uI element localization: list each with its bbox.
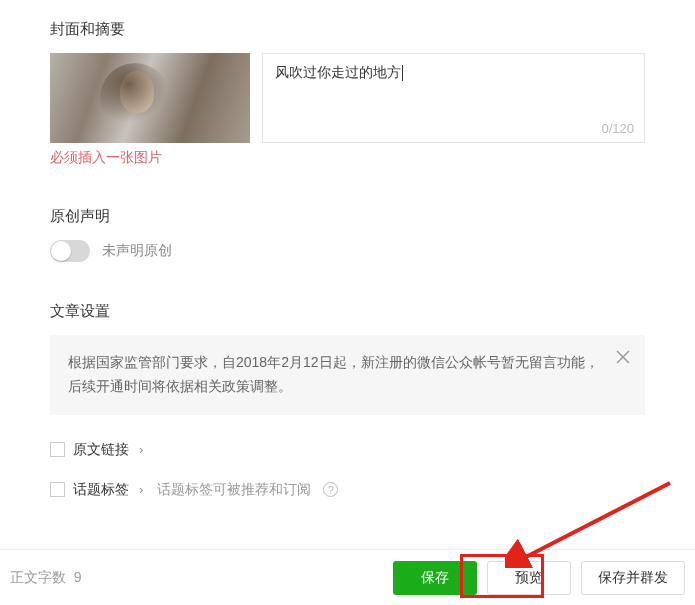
word-count: 正文字数 9: [10, 569, 82, 587]
help-icon[interactable]: ?: [323, 482, 338, 497]
chevron-right-icon: ›: [139, 442, 143, 457]
text-cursor: [402, 65, 403, 81]
char-count: 0/120: [601, 121, 634, 136]
cover-error: 必须插入一张图片: [50, 149, 645, 167]
summary-text: 风吹过你走过的地方: [275, 64, 401, 80]
original-toggle-label: 未声明原创: [102, 242, 172, 260]
topic-hint: 话题标签可被推荐和订阅: [157, 481, 311, 499]
chevron-right-icon: ›: [139, 482, 143, 497]
cover-image[interactable]: [50, 53, 250, 143]
notice-text: 根据国家监管部门要求，自2018年2月12日起，新注册的微信公众帐号暂无留言功能…: [68, 354, 599, 394]
toggle-knob: [51, 241, 71, 261]
notice-box: 根据国家监管部门要求，自2018年2月12日起，新注册的微信公众帐号暂无留言功能…: [50, 335, 645, 415]
original-toggle[interactable]: [50, 240, 90, 262]
source-link-checkbox[interactable]: [50, 442, 65, 457]
topic-tag-row[interactable]: 话题标签 › 话题标签可被推荐和订阅 ?: [50, 481, 645, 499]
cover-section-title: 封面和摘要: [50, 20, 645, 39]
original-section-title: 原创声明: [50, 207, 645, 226]
topic-tag-label: 话题标签: [73, 481, 129, 499]
save-button[interactable]: 保存: [393, 561, 477, 595]
close-icon[interactable]: [615, 349, 631, 365]
save-and-send-button[interactable]: 保存并群发: [581, 561, 685, 595]
preview-button[interactable]: 预览: [487, 561, 571, 595]
source-link-row[interactable]: 原文链接 ›: [50, 441, 645, 459]
topic-tag-checkbox[interactable]: [50, 482, 65, 497]
settings-section-title: 文章设置: [50, 302, 645, 321]
summary-input[interactable]: 风吹过你走过的地方 0/120: [262, 53, 645, 143]
footer-bar: 正文字数 9 保存 预览 保存并群发: [0, 549, 695, 605]
source-link-label: 原文链接: [73, 441, 129, 459]
